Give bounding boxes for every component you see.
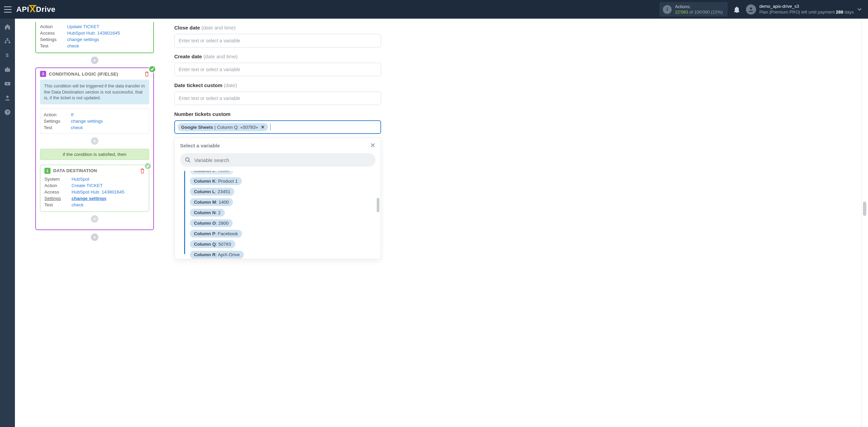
row-key: Access (40, 30, 64, 36)
variable-search[interactable] (180, 153, 375, 167)
col-val: : 2800 (216, 221, 229, 226)
user-menu[interactable]: demo_apix-drive_s3 Plan |Premium PRO| le… (746, 4, 864, 15)
nested-destination-card: 1 DATA DESTINATION SystemHubSpot ActionC… (40, 165, 149, 212)
actions-total: 100'000 (694, 9, 710, 15)
chip-source: Google Sheets (181, 125, 213, 130)
step-number-badge: 3 (40, 71, 46, 77)
variable-option[interactable]: Column O: 2800 (190, 219, 233, 227)
field-hint: (date and time) (201, 25, 236, 30)
variable-option[interactable]: Column L: 23451 (190, 188, 234, 196)
row-value-link[interactable]: check (67, 43, 79, 48)
menu-toggle[interactable] (4, 6, 12, 13)
status-check-icon (144, 162, 152, 170)
variable-search-input[interactable] (194, 157, 371, 163)
variable-list: Column J: Ticket Column K: Product 1 Col… (190, 171, 244, 254)
field-label: Date tickect custom (174, 82, 222, 88)
condition-satisfied-bar: if the condition is satisfied, then (40, 149, 149, 160)
condition-note: This condition will be triggered if the … (40, 80, 149, 104)
row-key: Settings (44, 196, 68, 201)
sitemap-icon[interactable] (4, 38, 11, 44)
variable-option[interactable]: Column M: 1400 (190, 198, 233, 206)
row-value-link[interactable]: check (72, 202, 83, 207)
field-label: Create date (174, 54, 202, 59)
plan-text: Plan |Premium PRO| left until payment (760, 9, 836, 15)
add-step-button[interactable]: + (91, 57, 98, 64)
number-tickets-input[interactable]: Google Sheets | Column Q: «50783» ✕ (174, 120, 381, 134)
page-scrollbar-thumb[interactable] (863, 202, 866, 216)
search-icon (185, 157, 191, 163)
field-hint: (date and time) (203, 54, 238, 59)
col-val: : Facebook (215, 231, 238, 236)
add-branch-button[interactable]: + (91, 137, 98, 145)
help-icon[interactable]: ? (4, 109, 11, 116)
text-caret (270, 124, 271, 130)
row-key: Test (40, 43, 64, 48)
close-dropdown-icon[interactable]: ✕ (370, 142, 375, 149)
step-title: CONDITIONAL LOGIC (IF/ELSE) (49, 72, 118, 77)
add-step-button[interactable]: + (91, 233, 98, 241)
home-icon[interactable] (4, 23, 11, 30)
col-val: : 50783 (216, 242, 231, 247)
svg-point-8 (6, 96, 9, 98)
remove-chip-icon[interactable]: ✕ (261, 124, 265, 130)
variable-dropdown: Select a variable ✕ Column J: Ticket Col… (174, 137, 381, 259)
avatar-icon (746, 4, 756, 15)
field-label: Number tickets custom (174, 111, 231, 117)
field-label: Close date (174, 25, 200, 30)
row-value-link[interactable]: HubSpot Hub: 143801645 (72, 189, 124, 195)
row-key: Access (44, 189, 68, 195)
row-value-link[interactable]: change settings (71, 119, 103, 124)
user-icon[interactable] (4, 95, 11, 101)
date-ticket-custom-input[interactable]: Enter text or select a variable (174, 92, 381, 105)
row-value-link[interactable]: check (71, 125, 83, 130)
side-rail: $ ? (0, 19, 15, 427)
dollar-icon[interactable]: $ (4, 52, 11, 59)
variable-option[interactable]: Column K: Product 1 (190, 177, 242, 185)
placeholder-text: Enter text or select a variable (179, 96, 240, 101)
youtube-icon[interactable] (4, 80, 11, 87)
svg-text:$: $ (6, 52, 9, 58)
row-value-link[interactable]: Create TICKET (72, 183, 103, 188)
row-value-link[interactable]: change settings (67, 37, 99, 42)
svg-rect-5 (5, 68, 10, 72)
col-name: Column P (194, 231, 215, 236)
row-key: Action (44, 112, 67, 117)
logo[interactable]: API X Drive (16, 4, 56, 15)
step-title: DATA DESTINATION (53, 168, 97, 173)
dropdown-scrollbar[interactable] (377, 198, 379, 212)
variable-option[interactable]: Column J: Ticket (190, 171, 233, 175)
svg-rect-2 (5, 42, 6, 43)
row-value-link[interactable]: change settings (72, 196, 106, 201)
col-val: : 23451 (215, 189, 230, 194)
page-scrollbar-track[interactable] (861, 19, 868, 427)
variable-chip[interactable]: Google Sheets | Column Q: «50783» ✕ (178, 123, 268, 131)
row-value-link[interactable]: Update TICKET (67, 24, 99, 29)
col-name: Column R (194, 252, 216, 257)
row-value-link[interactable]: HubSpot (72, 177, 90, 182)
actions-usage[interactable]: i Actions: 22'093 of 100'000 (22%) (659, 2, 728, 17)
briefcase-icon[interactable] (4, 66, 11, 73)
actions-label: Actions: (675, 4, 723, 9)
info-icon: i (663, 5, 672, 14)
row-value-link[interactable]: HubSpot Hub: 143801645 (67, 30, 120, 36)
close-date-input[interactable]: Enter text or select a variable (174, 34, 381, 47)
chip-column: Column Q: (217, 125, 239, 130)
variable-option[interactable]: Column N: 2 (190, 209, 225, 217)
notifications-icon[interactable] (734, 6, 740, 13)
create-date-input[interactable]: Enter text or select a variable (174, 63, 381, 76)
row-value-link[interactable]: If (71, 112, 74, 117)
delete-step-icon[interactable] (140, 168, 145, 174)
col-name: Column J (194, 171, 215, 173)
variable-option[interactable]: Column P: Facebook (190, 230, 242, 238)
delete-step-icon[interactable] (144, 71, 149, 77)
add-nested-step-button[interactable]: + (91, 215, 98, 223)
row-key: Action (44, 183, 68, 188)
col-val: : 2 (216, 210, 221, 215)
actions-used: 22'093 (675, 9, 688, 15)
col-name: Column L (194, 189, 215, 194)
variable-option[interactable]: Column R: ApiX-Drive (190, 251, 244, 259)
field-hint: (date) (224, 82, 237, 88)
field-date-ticket-custom: Date tickect custom (date) Enter text or… (174, 82, 381, 105)
form-panel: Close date (date and time) Enter text or… (161, 19, 861, 427)
variable-option[interactable]: Column Q: 50783 (190, 240, 235, 248)
